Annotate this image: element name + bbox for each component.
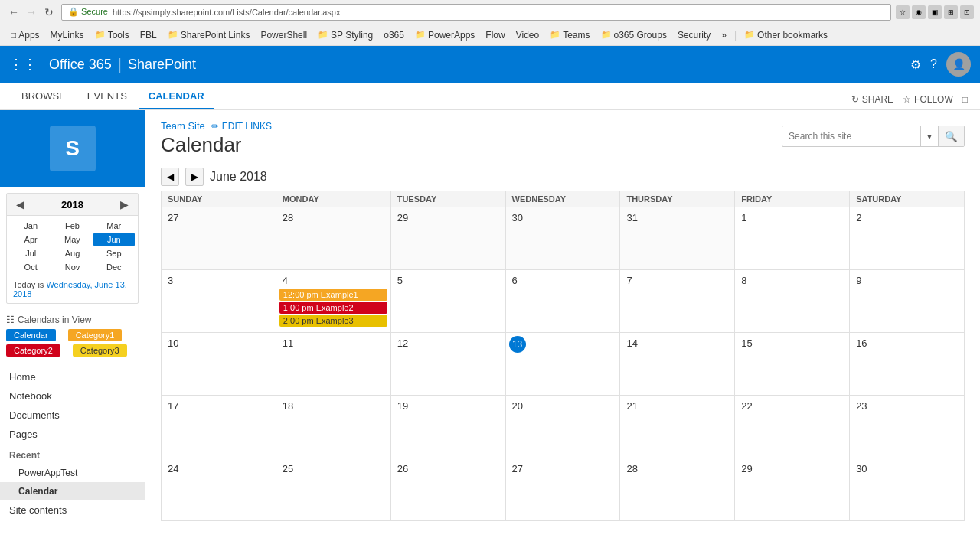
cal-cell-0-5[interactable]: 1 bbox=[735, 207, 850, 270]
cal-cell-1-1[interactable]: 412:00 pm Example11:00 pm Example22:00 p… bbox=[276, 270, 391, 333]
mini-month-aug[interactable]: Aug bbox=[51, 246, 93, 260]
cal-cell-3-3[interactable]: 20 bbox=[506, 396, 621, 458]
cal-cell-4-6[interactable]: 30 bbox=[850, 458, 965, 521]
calendar-badge-category1[interactable]: Category1 bbox=[68, 329, 122, 341]
bookmark-other[interactable]: Other bookmarks bbox=[740, 28, 832, 42]
cal-cell-3-5[interactable]: 22 bbox=[735, 396, 850, 458]
breadcrumb-teamsite[interactable]: Team Site bbox=[161, 120, 205, 132]
bookmark-flow[interactable]: Flow bbox=[481, 28, 509, 42]
address-bar[interactable]: 🔒 Secure https://spsimply.sharepoint.com… bbox=[61, 4, 891, 21]
calendar-event[interactable]: 12:00 pm Example1 bbox=[279, 289, 387, 301]
cal-cell-2-5[interactable]: 15 bbox=[735, 333, 850, 396]
cal-cell-4-1[interactable]: 25 bbox=[276, 458, 391, 521]
bookmark-teams[interactable]: Teams bbox=[545, 28, 594, 42]
tab-calendar[interactable]: CALENDAR bbox=[139, 86, 214, 109]
cal-cell-4-2[interactable]: 26 bbox=[391, 458, 506, 521]
cal-cell-3-0[interactable]: 17 bbox=[162, 396, 276, 458]
waffle-menu-icon[interactable]: ⋮⋮ bbox=[9, 56, 37, 73]
bookmark-mylinks[interactable]: MyLinks bbox=[46, 28, 89, 42]
calendar-event[interactable]: 1:00 pm Example2 bbox=[279, 302, 387, 314]
share-action[interactable]: ↻ SHARE bbox=[851, 94, 893, 105]
bookmark-fbl[interactable]: FBL bbox=[136, 28, 162, 42]
cal-cell-4-3[interactable]: 27 bbox=[506, 458, 621, 521]
cal-cell-0-0[interactable]: 27 bbox=[162, 207, 276, 270]
tab-events[interactable]: EVENTS bbox=[78, 86, 136, 109]
nav-documents[interactable]: Documents bbox=[0, 406, 145, 425]
calendar-badge-calendar[interactable]: Calendar bbox=[6, 329, 56, 341]
cal-cell-2-4[interactable]: 14 bbox=[620, 333, 735, 396]
cal-cell-0-1[interactable]: 28 bbox=[276, 207, 391, 270]
cal-cell-2-1[interactable]: 11 bbox=[276, 333, 391, 396]
mini-month-apr[interactable]: Apr bbox=[10, 233, 51, 246]
cal-cell-2-6[interactable]: 16 bbox=[850, 333, 965, 396]
user-avatar[interactable]: 👤 bbox=[946, 52, 971, 77]
bookmark-video[interactable]: Video bbox=[511, 28, 544, 42]
calendar-event[interactable]: 2:00 pm Example3 bbox=[279, 315, 387, 327]
cal-cell-2-3[interactable]: 13 bbox=[506, 333, 621, 396]
cal-cell-1-2[interactable]: 5 bbox=[391, 270, 506, 333]
mini-month-jun[interactable]: Jun bbox=[93, 233, 135, 246]
mini-cal-next[interactable]: ▶ bbox=[117, 197, 132, 212]
cal-cell-0-4[interactable]: 31 bbox=[620, 207, 735, 270]
search-button[interactable]: 🔍 bbox=[938, 126, 964, 146]
cal-cell-4-4[interactable]: 28 bbox=[620, 458, 735, 521]
mini-month-mar[interactable]: Mar bbox=[93, 219, 135, 233]
edit-links[interactable]: ✏ EDIT LINKS bbox=[211, 121, 272, 132]
cal-cell-0-2[interactable]: 29 bbox=[391, 207, 506, 270]
cal-prev-button[interactable]: ◀ bbox=[161, 168, 179, 186]
calendar-badge-category2[interactable]: Category2 bbox=[6, 344, 60, 357]
bookmark-powershell[interactable]: PowerShell bbox=[256, 28, 312, 42]
cal-cell-1-4[interactable]: 7 bbox=[620, 270, 735, 333]
nav-notebook[interactable]: Notebook bbox=[0, 386, 145, 406]
mini-month-feb[interactable]: Feb bbox=[51, 219, 93, 233]
bookmark-apps[interactable]: □ Apps bbox=[6, 28, 44, 42]
focus-action[interactable]: □ bbox=[962, 94, 968, 105]
bookmark-o365[interactable]: o365 bbox=[379, 28, 409, 42]
mini-month-jan[interactable]: Jan bbox=[10, 219, 51, 233]
cal-cell-3-4[interactable]: 21 bbox=[620, 396, 735, 458]
nav-home[interactable]: Home bbox=[0, 367, 145, 386]
bookmark-o365-groups[interactable]: o365 Groups bbox=[596, 28, 671, 42]
bookmark-tools[interactable]: Tools bbox=[90, 28, 134, 42]
cal-cell-0-6[interactable]: 2 bbox=[850, 207, 965, 270]
bookmark-security[interactable]: Security bbox=[673, 28, 715, 42]
mini-month-dec[interactable]: Dec bbox=[93, 260, 135, 274]
bookmark-sp-styling[interactable]: SP Styling bbox=[313, 28, 377, 42]
cal-cell-4-0[interactable]: 24 bbox=[162, 458, 276, 521]
back-button[interactable]: ← bbox=[6, 5, 21, 20]
bookmark-powerapps[interactable]: PowerApps bbox=[410, 28, 479, 42]
follow-action[interactable]: ☆ FOLLOW bbox=[903, 94, 953, 105]
cal-cell-3-2[interactable]: 19 bbox=[391, 396, 506, 458]
mini-month-may[interactable]: May bbox=[51, 233, 93, 246]
nav-calendar[interactable]: Calendar bbox=[0, 482, 145, 500]
mini-month-oct[interactable]: Oct bbox=[10, 260, 51, 274]
search-input[interactable] bbox=[782, 131, 920, 142]
nav-site-contents[interactable]: Site contents bbox=[0, 500, 145, 520]
cal-cell-1-3[interactable]: 6 bbox=[506, 270, 621, 333]
calendar-badge-category3[interactable]: Category3 bbox=[73, 344, 127, 357]
cal-cell-3-1[interactable]: 18 bbox=[276, 396, 391, 458]
nav-powerapptest[interactable]: PowerAppTest bbox=[0, 464, 145, 482]
settings-icon[interactable]: ⚙ bbox=[910, 57, 921, 72]
cal-cell-1-0[interactable]: 3 bbox=[162, 270, 276, 333]
tab-browse[interactable]: BROWSE bbox=[12, 86, 75, 109]
mini-month-nov[interactable]: Nov bbox=[51, 260, 93, 274]
nav-pages[interactable]: Pages bbox=[0, 425, 145, 444]
cal-cell-2-2[interactable]: 12 bbox=[391, 333, 506, 396]
reload-button[interactable]: ↻ bbox=[41, 5, 57, 20]
cal-cell-4-5[interactable]: 29 bbox=[735, 458, 850, 521]
bookmark-sharepoint-links[interactable]: SharePoint Links bbox=[163, 28, 255, 42]
mini-cal-prev[interactable]: ◀ bbox=[13, 197, 28, 212]
cal-cell-3-6[interactable]: 23 bbox=[850, 396, 965, 458]
search-dropdown-icon[interactable]: ▼ bbox=[920, 126, 938, 146]
cal-cell-1-6[interactable]: 9 bbox=[850, 270, 965, 333]
cal-cell-1-5[interactable]: 8 bbox=[735, 270, 850, 333]
cal-cell-0-3[interactable]: 30 bbox=[506, 207, 621, 270]
mini-month-sep[interactable]: Sep bbox=[93, 246, 135, 260]
cal-cell-2-0[interactable]: 10 bbox=[162, 333, 276, 396]
cal-next-button[interactable]: ▶ bbox=[185, 168, 204, 186]
bookmark-more[interactable]: » bbox=[717, 28, 731, 42]
help-icon[interactable]: ? bbox=[930, 57, 937, 71]
mini-month-jul[interactable]: Jul bbox=[10, 246, 51, 260]
forward-button[interactable]: → bbox=[24, 5, 39, 20]
